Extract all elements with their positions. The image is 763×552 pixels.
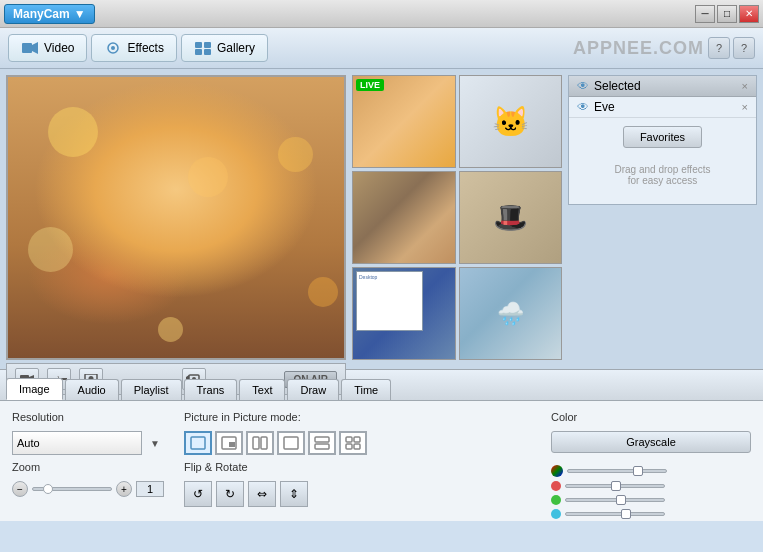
svg-rect-5 (204, 42, 211, 48)
zoom-minus-button[interactable]: − (12, 481, 28, 497)
color-label: Color (551, 411, 751, 423)
btab-text[interactable]: Text (239, 379, 285, 400)
slider-thumb-1[interactable] (611, 481, 621, 491)
slider-track-1[interactable] (565, 484, 665, 488)
resolution-select-wrapper: Auto ▼ (12, 431, 164, 455)
slider-track-2[interactable] (565, 498, 665, 502)
thumb-woman-img (353, 172, 455, 263)
svg-rect-24 (315, 437, 329, 442)
cat-face-icon: 🐱 (492, 104, 529, 139)
minimize-button[interactable]: ─ (695, 5, 715, 23)
color-slider-row-2 (551, 495, 751, 505)
svg-rect-29 (354, 444, 360, 449)
svg-rect-18 (191, 437, 205, 449)
thumb-cat[interactable]: 🐱 (459, 75, 563, 168)
svg-point-3 (111, 46, 115, 50)
tab-gallery-label: Gallery (217, 41, 255, 55)
tab-video-label: Video (44, 41, 74, 55)
tophat-face-icon: 🎩 (493, 201, 528, 234)
tab-video[interactable]: Video (8, 34, 87, 62)
rotate-cw-button[interactable]: ↻ (216, 481, 244, 507)
selected-panel: 👁 Selected × 👁 Eve × Favorites Drag and … (568, 75, 757, 205)
svg-rect-28 (346, 444, 352, 449)
thumb-woman[interactable] (352, 171, 456, 264)
svg-rect-20 (229, 442, 235, 447)
thumb-cartoon-img: 🌧️ (460, 268, 562, 359)
zoom-value: 1 (136, 481, 164, 497)
pip-flip-col: Picture in Picture mode: Flip & Rotate (184, 411, 531, 511)
pip-small-button[interactable] (215, 431, 243, 455)
title-bar: ManyCam ▼ ─ □ ✕ (0, 0, 763, 28)
desktop-screen: Desktop (356, 271, 423, 331)
right-panel: 👁 Selected × 👁 Eve × Favorites Drag and … (568, 75, 757, 363)
zoom-plus-button[interactable]: + (116, 481, 132, 497)
btab-image[interactable]: Image (6, 378, 63, 400)
favorites-button[interactable]: Favorites (623, 126, 702, 148)
flip-rotate-row: ↺ ↻ ⇔ ⇕ (184, 481, 531, 507)
color-slider-row-0 (551, 465, 751, 477)
slider-thumb-2[interactable] (616, 495, 626, 505)
btab-playlist[interactable]: Playlist (121, 379, 182, 400)
btab-trans[interactable]: Trans (184, 379, 238, 400)
title-bar-left: ManyCam ▼ (4, 4, 95, 24)
color-slider-row-1 (551, 481, 751, 491)
slider-thumb-0[interactable] (633, 466, 643, 476)
pip-quad-button[interactable] (339, 431, 367, 455)
color-col: Color Grayscale (551, 411, 751, 511)
svg-rect-4 (195, 42, 202, 48)
slider-thumb-3[interactable] (621, 509, 631, 519)
thumb-desktop-img: Desktop (353, 268, 455, 359)
pip-full-button[interactable] (277, 431, 305, 455)
flip-rotate-label: Flip & Rotate (184, 461, 531, 473)
pip-top-bottom-button[interactable] (308, 431, 336, 455)
thumb-cartoon[interactable]: 🌧️ (459, 267, 563, 360)
help-button-2[interactable]: ? (733, 37, 755, 59)
preview-person (8, 77, 344, 358)
pip-side-button[interactable] (246, 431, 274, 455)
btab-draw[interactable]: Draw (287, 379, 339, 400)
grayscale-button[interactable]: Grayscale (551, 431, 751, 453)
help-button-1[interactable]: ? (708, 37, 730, 59)
flip-vertical-button[interactable]: ⇕ (280, 481, 308, 507)
svg-rect-7 (204, 49, 211, 55)
tab-effects[interactable]: Effects (91, 34, 176, 62)
svg-rect-0 (22, 43, 32, 53)
video-icon (21, 39, 39, 57)
slider-track-3[interactable] (565, 512, 665, 516)
drag-drop-hint: Drag and drop effectsfor easy access (569, 156, 756, 194)
thumbnails-grid: LIVE 🐱 🎩 Desktop 🌧️ (352, 75, 562, 360)
selected-eve-row: 👁 Eve × (569, 97, 756, 118)
manycam-label: ManyCam (13, 7, 70, 21)
thumb-desktop[interactable]: Desktop (352, 267, 456, 360)
slider-track-0[interactable] (567, 469, 667, 473)
svg-rect-23 (284, 437, 298, 449)
manycam-menu-button[interactable]: ManyCam ▼ (4, 4, 95, 24)
tab-gallery[interactable]: Gallery (181, 34, 268, 62)
btab-time[interactable]: Time (341, 379, 391, 400)
eve-eye-icon: 👁 (577, 100, 589, 114)
pip-label: Picture in Picture mode: (184, 411, 531, 423)
color-sliders (551, 465, 751, 519)
selected-close-button[interactable]: × (742, 80, 748, 92)
thumb-tophat[interactable]: 🎩 (459, 171, 563, 264)
zoom-slider[interactable] (32, 487, 112, 491)
thumb-live[interactable]: LIVE (352, 75, 456, 168)
live-badge: LIVE (356, 79, 384, 91)
flip-horizontal-button[interactable]: ⇔ (248, 481, 276, 507)
svg-rect-21 (253, 437, 259, 449)
maximize-button[interactable]: □ (717, 5, 737, 23)
rotate-ccw-button[interactable]: ↺ (184, 481, 212, 507)
eve-close-button[interactable]: × (742, 101, 748, 113)
close-button[interactable]: ✕ (739, 5, 759, 23)
selected-header: 👁 Selected × (569, 76, 756, 97)
btab-audio[interactable]: Audio (65, 379, 119, 400)
resolution-zoom-col: Resolution Auto ▼ Zoom − + 1 (12, 411, 164, 511)
pip-single-button[interactable] (184, 431, 212, 455)
resolution-label: Resolution (12, 411, 164, 423)
zoom-thumb[interactable] (43, 484, 53, 494)
title-bar-controls: ─ □ ✕ (695, 5, 759, 23)
resolution-select[interactable]: Auto (12, 431, 142, 455)
color-dot-blue (551, 509, 561, 519)
thumb-cat-inner: 🐱 (460, 76, 562, 167)
svg-rect-25 (315, 444, 329, 449)
